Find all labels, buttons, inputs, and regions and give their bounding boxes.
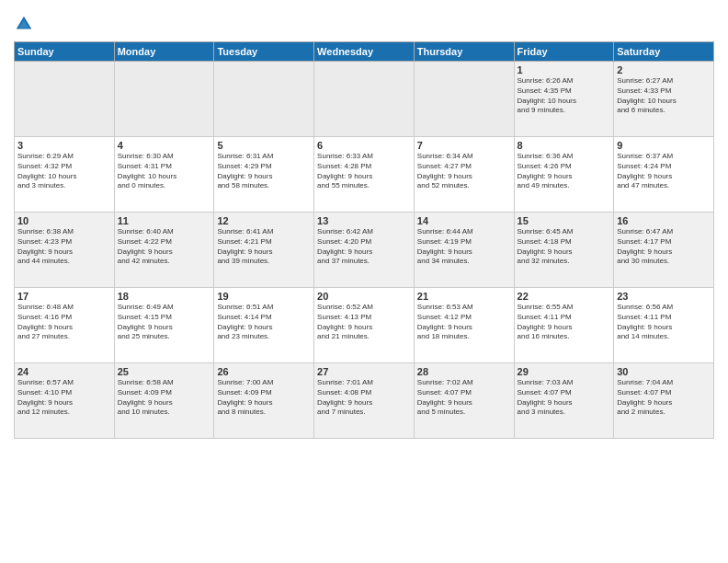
- day-number: 20: [317, 291, 411, 302]
- header: [14, 9, 714, 34]
- calendar-cell: 12Sunrise: 6:41 AM Sunset: 4:21 PM Dayli…: [214, 213, 314, 288]
- day-info: Sunrise: 6:47 AM Sunset: 4:17 PM Dayligh…: [617, 227, 711, 267]
- calendar-cell: 3Sunrise: 6:29 AM Sunset: 4:32 PM Daylig…: [15, 137, 115, 213]
- day-number: 30: [617, 366, 711, 377]
- day-info: Sunrise: 7:01 AM Sunset: 4:08 PM Dayligh…: [317, 378, 411, 418]
- day-number: 15: [518, 215, 611, 226]
- day-number: 27: [317, 366, 411, 377]
- day-info: Sunrise: 6:38 AM Sunset: 4:23 PM Dayligh…: [17, 227, 111, 267]
- calendar-cell: 4Sunrise: 6:30 AM Sunset: 4:31 PM Daylig…: [114, 137, 214, 213]
- day-info: Sunrise: 6:49 AM Sunset: 4:15 PM Dayligh…: [118, 303, 211, 342]
- weekday-header-row: SundayMondayTuesdayWednesdayThursdayFrid…: [15, 42, 714, 62]
- day-number: 1: [518, 64, 611, 75]
- day-number: 29: [518, 366, 611, 377]
- calendar-cell: 19Sunrise: 6:51 AM Sunset: 4:14 PM Dayli…: [214, 288, 314, 363]
- calendar-cell: [114, 62, 214, 137]
- day-info: Sunrise: 6:34 AM Sunset: 4:27 PM Dayligh…: [417, 152, 511, 191]
- calendar-cell: 24Sunrise: 6:57 AM Sunset: 4:10 PM Dayli…: [15, 363, 115, 439]
- calendar-cell: 30Sunrise: 7:04 AM Sunset: 4:07 PM Dayli…: [614, 363, 714, 439]
- day-number: 23: [617, 291, 711, 302]
- calendar-cell: 14Sunrise: 6:44 AM Sunset: 4:19 PM Dayli…: [414, 213, 514, 288]
- calendar-cell: 2Sunrise: 6:27 AM Sunset: 4:33 PM Daylig…: [614, 62, 714, 137]
- calendar-cell: 22Sunrise: 6:55 AM Sunset: 4:11 PM Dayli…: [514, 288, 614, 363]
- day-number: 8: [518, 140, 611, 151]
- day-number: 13: [317, 215, 411, 226]
- day-number: 21: [417, 291, 511, 302]
- day-info: Sunrise: 6:58 AM Sunset: 4:09 PM Dayligh…: [118, 378, 211, 418]
- weekday-header-monday: Monday: [114, 42, 214, 62]
- calendar-cell: 13Sunrise: 6:42 AM Sunset: 4:20 PM Dayli…: [314, 213, 415, 288]
- weekday-header-tuesday: Tuesday: [214, 42, 314, 62]
- weekday-header-friday: Friday: [514, 42, 614, 62]
- weekday-header-wednesday: Wednesday: [314, 42, 415, 62]
- day-number: 17: [17, 291, 111, 302]
- calendar-cell: [214, 62, 314, 137]
- day-number: 19: [217, 291, 311, 302]
- day-number: 16: [617, 215, 711, 226]
- day-info: Sunrise: 6:56 AM Sunset: 4:11 PM Dayligh…: [617, 303, 711, 342]
- calendar-cell: 29Sunrise: 7:03 AM Sunset: 4:07 PM Dayli…: [514, 363, 614, 439]
- calendar-cell: 18Sunrise: 6:49 AM Sunset: 4:15 PM Dayli…: [114, 288, 214, 363]
- day-number: 3: [17, 140, 111, 151]
- day-info: Sunrise: 6:26 AM Sunset: 4:35 PM Dayligh…: [518, 76, 611, 116]
- calendar-cell: [414, 62, 514, 137]
- day-info: Sunrise: 6:44 AM Sunset: 4:19 PM Dayligh…: [417, 227, 511, 267]
- day-info: Sunrise: 6:33 AM Sunset: 4:28 PM Dayligh…: [317, 152, 411, 191]
- day-number: 28: [417, 366, 511, 377]
- calendar-cell: 9Sunrise: 6:37 AM Sunset: 4:24 PM Daylig…: [614, 137, 714, 213]
- day-info: Sunrise: 6:51 AM Sunset: 4:14 PM Dayligh…: [217, 303, 311, 342]
- day-number: 11: [118, 215, 211, 226]
- calendar-cell: 28Sunrise: 7:02 AM Sunset: 4:07 PM Dayli…: [414, 363, 514, 439]
- calendar-cell: 20Sunrise: 6:52 AM Sunset: 4:13 PM Dayli…: [314, 288, 415, 363]
- day-number: 18: [118, 291, 211, 302]
- day-number: 22: [518, 291, 611, 302]
- day-info: Sunrise: 6:40 AM Sunset: 4:22 PM Dayligh…: [118, 227, 211, 267]
- day-info: Sunrise: 6:37 AM Sunset: 4:24 PM Dayligh…: [617, 152, 711, 191]
- calendar-cell: 15Sunrise: 6:45 AM Sunset: 4:18 PM Dayli…: [514, 213, 614, 288]
- day-info: Sunrise: 6:42 AM Sunset: 4:20 PM Dayligh…: [317, 227, 411, 267]
- weekday-header-sunday: Sunday: [15, 42, 115, 62]
- day-number: 4: [118, 140, 211, 151]
- day-number: 9: [617, 140, 711, 151]
- day-number: 5: [217, 140, 311, 151]
- calendar-cell: 10Sunrise: 6:38 AM Sunset: 4:23 PM Dayli…: [15, 213, 115, 288]
- day-info: Sunrise: 6:53 AM Sunset: 4:12 PM Dayligh…: [417, 303, 511, 342]
- calendar-cell: 26Sunrise: 7:00 AM Sunset: 4:09 PM Dayli…: [214, 363, 314, 439]
- calendar-cell: 1Sunrise: 6:26 AM Sunset: 4:35 PM Daylig…: [514, 62, 614, 137]
- day-info: Sunrise: 6:55 AM Sunset: 4:11 PM Dayligh…: [518, 303, 611, 342]
- weekday-header-thursday: Thursday: [414, 42, 514, 62]
- calendar-cell: 27Sunrise: 7:01 AM Sunset: 4:08 PM Dayli…: [314, 363, 415, 439]
- calendar-cell: [15, 62, 115, 137]
- day-info: Sunrise: 6:27 AM Sunset: 4:33 PM Dayligh…: [617, 76, 711, 116]
- day-number: 25: [118, 366, 211, 377]
- page: SundayMondayTuesdayWednesdayThursdayFrid…: [0, 0, 728, 563]
- calendar-cell: 25Sunrise: 6:58 AM Sunset: 4:09 PM Dayli…: [114, 363, 214, 439]
- day-info: Sunrise: 7:00 AM Sunset: 4:09 PM Dayligh…: [217, 378, 311, 418]
- day-number: 14: [417, 215, 511, 226]
- calendar-cell: 7Sunrise: 6:34 AM Sunset: 4:27 PM Daylig…: [414, 137, 514, 213]
- day-number: 2: [617, 64, 711, 75]
- day-info: Sunrise: 6:48 AM Sunset: 4:16 PM Dayligh…: [17, 303, 111, 342]
- calendar-week-row: 1Sunrise: 6:26 AM Sunset: 4:35 PM Daylig…: [15, 62, 714, 137]
- day-info: Sunrise: 7:03 AM Sunset: 4:07 PM Dayligh…: [518, 378, 611, 418]
- calendar-cell: [314, 62, 415, 137]
- day-info: Sunrise: 6:45 AM Sunset: 4:18 PM Dayligh…: [518, 227, 611, 267]
- day-number: 24: [17, 366, 111, 377]
- calendar-week-row: 10Sunrise: 6:38 AM Sunset: 4:23 PM Dayli…: [15, 213, 714, 288]
- day-info: Sunrise: 6:52 AM Sunset: 4:13 PM Dayligh…: [317, 303, 411, 342]
- calendar-cell: 8Sunrise: 6:36 AM Sunset: 4:26 PM Daylig…: [514, 137, 614, 213]
- day-info: Sunrise: 7:04 AM Sunset: 4:07 PM Dayligh…: [617, 378, 711, 418]
- calendar-week-row: 17Sunrise: 6:48 AM Sunset: 4:16 PM Dayli…: [15, 288, 714, 363]
- calendar-cell: 23Sunrise: 6:56 AM Sunset: 4:11 PM Dayli…: [614, 288, 714, 363]
- day-info: Sunrise: 6:36 AM Sunset: 4:26 PM Dayligh…: [518, 152, 611, 191]
- day-info: Sunrise: 6:31 AM Sunset: 4:29 PM Dayligh…: [217, 152, 311, 191]
- calendar-cell: 21Sunrise: 6:53 AM Sunset: 4:12 PM Dayli…: [414, 288, 514, 363]
- calendar-week-row: 24Sunrise: 6:57 AM Sunset: 4:10 PM Dayli…: [15, 363, 714, 439]
- day-number: 10: [17, 215, 111, 226]
- weekday-header-saturday: Saturday: [614, 42, 714, 62]
- day-info: Sunrise: 6:30 AM Sunset: 4:31 PM Dayligh…: [118, 152, 211, 191]
- calendar-cell: 11Sunrise: 6:40 AM Sunset: 4:22 PM Dayli…: [114, 213, 214, 288]
- logo-icon: [14, 14, 34, 34]
- day-info: Sunrise: 6:29 AM Sunset: 4:32 PM Dayligh…: [17, 152, 111, 191]
- calendar-cell: 16Sunrise: 6:47 AM Sunset: 4:17 PM Dayli…: [614, 213, 714, 288]
